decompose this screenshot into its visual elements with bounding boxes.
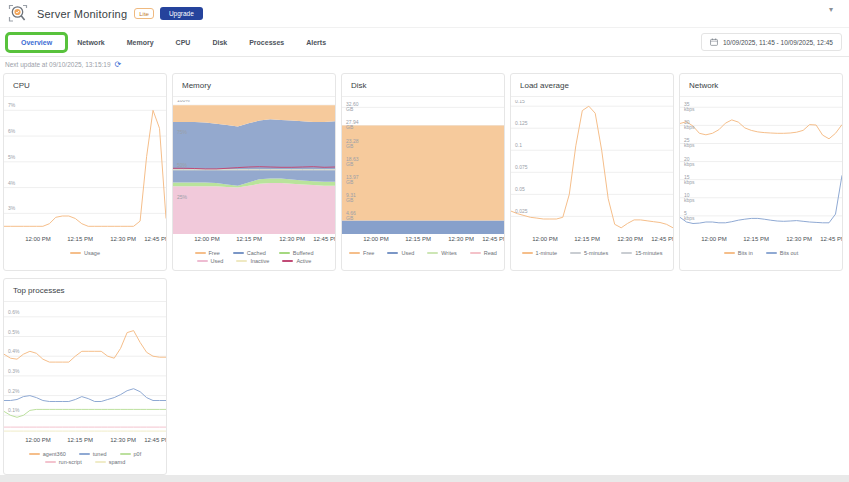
app-header: Server Monitoring Lite Upgrade ▾	[0, 0, 849, 28]
y-tick-label: 20kbps	[684, 157, 695, 167]
legend-item: Writes	[427, 250, 456, 256]
app-title: Server Monitoring	[37, 8, 127, 20]
legend-swatch	[282, 260, 293, 262]
legend-label: Writes	[441, 250, 456, 256]
legend-swatch	[120, 453, 131, 455]
legend-swatch	[236, 260, 247, 262]
load-average-chart-card: Load average 0.150.1250.10.0750.050.025 …	[510, 73, 674, 271]
legend-label: Inactive	[250, 258, 269, 264]
x-axis-label: 12:15 PM	[574, 236, 600, 242]
page-bottom-edge	[0, 475, 849, 482]
legend-label: Cached	[247, 250, 266, 256]
y-tick-label: 0.075	[515, 165, 528, 170]
legend-item: tuned	[79, 451, 107, 457]
y-tick-label: 100%	[177, 100, 190, 103]
y-tick-label: 3%	[8, 206, 15, 211]
x-axis: 12:00 PM12:15 PM12:30 PM12:45 PM	[173, 234, 335, 246]
legend-swatch	[349, 252, 360, 254]
y-tick-label: 4%	[8, 181, 15, 186]
x-axis: 12:00 PM12:15 PM12:30 PM12:45 PM	[4, 234, 166, 246]
legend-item: agent360	[29, 451, 66, 457]
x-axis-label: 12:45 PM	[651, 236, 674, 242]
y-tick-label: 25kbps	[684, 138, 695, 148]
legend-swatch	[470, 252, 481, 254]
refresh-icon[interactable]: ⟳	[115, 61, 122, 69]
legend-label: Bits out	[780, 250, 798, 256]
legend-swatch	[70, 252, 81, 254]
chart-canvas	[511, 100, 673, 234]
tab-network[interactable]: Network	[77, 39, 105, 46]
x-axis-label: 12:45 PM	[144, 236, 167, 242]
y-tick-label: 4.66GB	[346, 211, 356, 221]
calendar-icon	[710, 38, 718, 46]
legend-label: Active	[296, 258, 311, 264]
x-axis-label: 12:30 PM	[279, 236, 305, 242]
chart-legend: Bits inBits out	[680, 246, 842, 256]
legend-item: Cached	[233, 250, 266, 256]
update-row: Next update at 09/10/2025, 13:15:19 ⟳	[0, 57, 849, 72]
x-axis-label: 12:45 PM	[144, 437, 167, 443]
y-tick-label: 75%	[177, 130, 187, 135]
tab-memory[interactable]: Memory	[127, 39, 154, 46]
x-axis: 12:00 PM12:15 PM12:30 PM12:45 PM	[4, 435, 166, 447]
x-axis-label: 12:15 PM	[236, 236, 262, 242]
y-tick-label: 13.97GB	[346, 175, 359, 185]
upgrade-button[interactable]: Upgrade	[160, 7, 203, 20]
chart-legend: Usage	[4, 246, 166, 256]
date-range-picker[interactable]: 10/09/2025, 11:45 - 10/09/2025, 12:45	[701, 33, 842, 51]
chart-canvas	[4, 305, 166, 435]
legend-item: Free	[195, 250, 220, 256]
x-axis: 12:00 PM12:15 PM12:30 PM12:45 PM	[680, 234, 842, 246]
y-tick-label: 6%	[8, 129, 15, 134]
y-tick-label: 0.3%	[8, 369, 19, 374]
disk-chart-card: Disk 32.60GB27.94GB23.28GB18.63GB13.97GB…	[341, 73, 505, 271]
y-tick-label: 30kbps	[684, 120, 695, 130]
x-axis-label: 12:30 PM	[617, 236, 643, 242]
x-axis-label: 12:00 PM	[25, 236, 51, 242]
legend-label: p0f	[134, 451, 142, 457]
active-tab-annotation: Overview	[5, 32, 68, 53]
app-logo-icon	[8, 4, 30, 23]
legend-label: Used	[401, 250, 414, 256]
tab-processes[interactable]: Processes	[249, 39, 284, 46]
memory-chart-card: Memory 100%75%50%25% 12:00 PM12:15 PM12:…	[172, 73, 336, 271]
y-tick-label: 15kbps	[684, 175, 695, 185]
chevron-down-icon[interactable]: ▾	[829, 5, 833, 14]
x-axis-label: 12:00 PM	[701, 236, 727, 242]
chart-canvas	[342, 100, 504, 234]
y-tick-label: 9.31GB	[346, 193, 356, 203]
x-axis-label: 12:00 PM	[363, 236, 389, 242]
y-tick-label: 5kbps	[684, 211, 695, 221]
tab-cpu[interactable]: CPU	[176, 39, 191, 46]
legend-item: spamd	[95, 459, 126, 465]
tab-overview[interactable]: Overview	[21, 39, 52, 46]
legend-swatch	[95, 461, 106, 463]
legend-swatch	[279, 252, 290, 254]
load-average-chart-plot: 0.150.1250.10.0750.050.025	[511, 100, 673, 234]
legend-label: Used	[211, 258, 224, 264]
cpu-chart-plot: 7%6%5%4%3%	[4, 100, 166, 234]
x-axis-label: 12:45 PM	[313, 236, 336, 242]
legend-item: p0f	[120, 451, 142, 457]
tab-bar: Overview Network Memory CPU Disk Process…	[0, 28, 849, 57]
legend-label: spamd	[109, 459, 126, 465]
chart-legend: agent360tunedp0frun-scriptspamd	[4, 447, 166, 465]
legend-item: Usage	[70, 250, 100, 256]
next-update-text: Next update at 09/10/2025, 13:15:19	[5, 61, 111, 68]
tab-disk[interactable]: Disk	[212, 39, 227, 46]
legend-item: Read	[470, 250, 497, 256]
legend-swatch	[621, 252, 632, 254]
tab-alerts[interactable]: Alerts	[306, 39, 326, 46]
y-tick-label: 32.60GB	[346, 102, 359, 112]
legend-item: 1-minute	[522, 250, 557, 256]
legend-swatch	[522, 252, 533, 254]
legend-swatch	[570, 252, 581, 254]
chart-title: Top processes	[4, 279, 166, 302]
y-tick-label: 23.28GB	[346, 139, 359, 149]
legend-item: 15-minutes	[621, 250, 662, 256]
x-axis-label: 12:15 PM	[743, 236, 769, 242]
y-tick-label: 0.125	[515, 121, 528, 126]
legend-swatch	[766, 252, 777, 254]
legend-label: 15-minutes	[635, 250, 662, 256]
legend-swatch	[387, 252, 398, 254]
